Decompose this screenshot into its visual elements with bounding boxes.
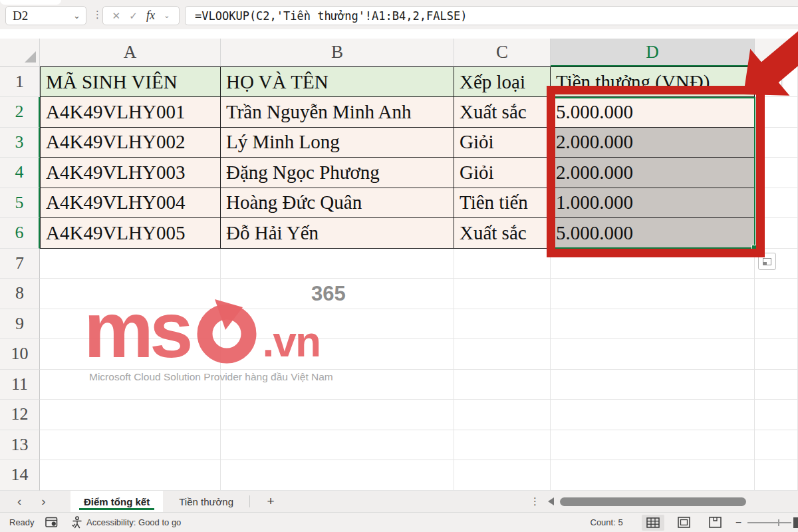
scrollbar-track[interactable] <box>560 497 798 506</box>
cell-c6[interactable]: Xuất sắc <box>454 218 551 249</box>
empty-cell[interactable] <box>551 370 755 400</box>
empty-cell[interactable] <box>454 370 551 400</box>
accessibility-status[interactable]: Accessibility: Good to go <box>86 517 181 527</box>
empty-cell[interactable] <box>551 460 755 491</box>
cell-d2-active[interactable]: 5.000.000 <box>551 97 755 128</box>
accessibility-icon[interactable] <box>71 516 82 529</box>
cell-c2[interactable]: Xuất sắc <box>454 97 551 128</box>
cell-a2[interactable]: A4K49VLHY001 <box>40 97 221 128</box>
row-header-11[interactable]: 11 <box>0 370 40 400</box>
row-header-2[interactable]: 2 <box>0 97 40 128</box>
cell-b4[interactable]: Đặng Ngọc Phương <box>221 158 454 188</box>
row-header-7[interactable]: 7 <box>0 249 40 279</box>
empty-cell[interactable] <box>40 249 221 279</box>
cell-d6[interactable]: 5.000.000 <box>551 218 755 249</box>
empty-cell[interactable] <box>40 430 221 461</box>
column-header-e[interactable] <box>755 39 798 66</box>
row-header-9[interactable]: 9 <box>0 309 40 340</box>
cell-d5[interactable]: 1.000.000 <box>551 188 755 219</box>
cell-c5[interactable]: Tiên tiến <box>454 188 551 219</box>
name-box[interactable]: D2 ⌄ <box>5 6 86 25</box>
empty-cell[interactable] <box>755 279 798 309</box>
row-header-8[interactable]: 8 <box>0 279 40 309</box>
column-header-b[interactable]: B <box>221 39 454 66</box>
row-header-12[interactable]: 12 <box>0 400 40 430</box>
row-header-6[interactable]: 6 <box>0 218 40 249</box>
empty-cell[interactable] <box>755 339 798 370</box>
empty-cell[interactable] <box>551 309 755 340</box>
row-header-10[interactable]: 10 <box>0 339 40 370</box>
cell-b5[interactable]: Hoàng Đức Quân <box>221 188 454 219</box>
cell-e5[interactable] <box>755 188 798 219</box>
zoom-slider[interactable] <box>747 522 791 523</box>
empty-cell[interactable] <box>755 309 798 340</box>
cell-e4[interactable] <box>755 158 798 188</box>
empty-cell[interactable] <box>755 370 798 400</box>
column-header-d[interactable]: D <box>551 39 755 66</box>
normal-view-button[interactable] <box>642 515 664 531</box>
cell-b3[interactable]: Lý Minh Long <box>221 128 454 158</box>
quick-analysis-button[interactable] <box>758 253 776 270</box>
scroll-left-icon[interactable] <box>548 497 554 505</box>
chevron-down-icon[interactable]: ⌄ <box>73 11 86 20</box>
cell-b2[interactable]: Trần Nguyễn Minh Anh <box>221 97 454 128</box>
formula-input[interactable]: =VLOOKUP(C2,'Tiền thưởng'!A1:B4,2,FALSE) <box>185 6 798 25</box>
empty-cell[interactable] <box>454 339 551 370</box>
column-header-a[interactable]: A <box>40 39 221 66</box>
empty-cell[interactable] <box>755 430 798 461</box>
empty-cell[interactable] <box>755 460 798 491</box>
cell-c3[interactable]: Giỏi <box>454 128 551 158</box>
copilot-button[interactable] <box>757 69 782 92</box>
row-header-3[interactable]: 3 <box>0 128 40 158</box>
cell-a6[interactable]: A4K49VLHY005 <box>40 218 221 249</box>
empty-cell[interactable] <box>221 400 454 430</box>
macro-record-icon[interactable] <box>45 517 58 528</box>
cell-c1[interactable]: Xếp loại <box>454 66 551 97</box>
cell-b6[interactable]: Đỗ Hải Yến <box>221 218 454 249</box>
empty-cell[interactable] <box>454 400 551 430</box>
row-header-5[interactable]: 5 <box>0 188 40 219</box>
cell-d1[interactable]: Tiền thưởng (VNĐ) <box>551 66 755 97</box>
insert-function-icon[interactable]: fx <box>146 9 155 23</box>
cell-e6[interactable] <box>755 218 798 249</box>
zoom-slider-handle[interactable] <box>793 517 798 528</box>
empty-cell[interactable] <box>40 400 221 430</box>
empty-cell[interactable] <box>551 249 755 279</box>
empty-cell[interactable] <box>454 279 551 309</box>
empty-cell[interactable] <box>551 430 755 461</box>
cell-e3[interactable] <box>755 128 798 158</box>
empty-cell[interactable] <box>454 430 551 461</box>
empty-cell[interactable] <box>221 249 454 279</box>
cell-a1[interactable]: MÃ SINH VIÊN <box>40 66 221 97</box>
add-sheet-button[interactable]: + <box>250 491 291 512</box>
cell-d4[interactable]: 2.000.000 <box>551 158 755 188</box>
column-header-c[interactable]: C <box>454 39 551 66</box>
cell-b1[interactable]: HỌ VÀ TÊN <box>221 66 454 97</box>
row-header-4[interactable]: 4 <box>0 158 40 188</box>
prev-sheet-icon[interactable]: ‹ <box>17 494 21 509</box>
empty-cell[interactable] <box>40 460 221 491</box>
empty-cell[interactable] <box>551 279 755 309</box>
page-break-preview-button[interactable] <box>704 515 727 531</box>
empty-cell[interactable] <box>221 430 454 461</box>
empty-cell[interactable] <box>454 309 551 340</box>
cell-a4[interactable]: A4K49VLHY003 <box>40 158 221 188</box>
cell-a3[interactable]: A4K49VLHY002 <box>40 128 221 158</box>
row-header-1[interactable]: 1 <box>0 66 40 97</box>
page-layout-view-button[interactable] <box>673 515 696 531</box>
cell-a5[interactable]: A4K49VLHY004 <box>40 188 221 219</box>
empty-cell[interactable] <box>551 339 755 370</box>
zoom-out-button[interactable]: − <box>735 517 741 529</box>
tab-bar-options-dots[interactable]: ⋮ <box>530 491 540 512</box>
empty-cell[interactable] <box>221 460 454 491</box>
enter-icon[interactable]: ✓ <box>129 10 138 22</box>
cell-d3[interactable]: 2.000.000 <box>551 128 755 158</box>
tab-tien-thuong[interactable]: Tiền thưởng <box>163 491 249 512</box>
next-sheet-icon[interactable]: › <box>41 494 45 509</box>
count-status[interactable]: Count: 5 <box>591 517 623 527</box>
select-all-corner[interactable] <box>0 39 40 66</box>
empty-cell[interactable] <box>454 249 551 279</box>
empty-cell[interactable] <box>755 400 798 430</box>
empty-cell[interactable] <box>551 400 755 430</box>
cancel-icon[interactable]: ✕ <box>112 10 121 22</box>
